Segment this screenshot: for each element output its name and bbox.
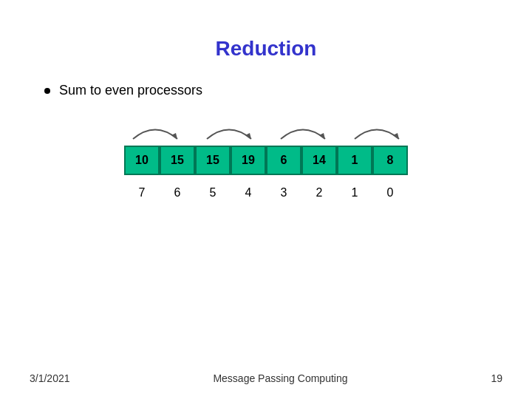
bottom-cell-0: 7 <box>124 180 160 206</box>
arrow-2 <box>192 120 266 143</box>
bottom-cell-2: 5 <box>195 180 231 206</box>
arrow-1 <box>118 120 192 143</box>
top-row: 1015151961418 <box>124 146 408 175</box>
bottom-cell-7: 0 <box>372 180 408 206</box>
top-cell-5: 14 <box>301 146 337 175</box>
footer: 3/1/2021 Message Passing Computing 19 <box>0 372 532 384</box>
bottom-cell-1: 6 <box>160 180 195 206</box>
bullet-point: Sum to even processors <box>44 83 532 98</box>
diagram-area: 1015151961418 76543210 <box>0 120 532 206</box>
arrow-3 <box>266 120 340 143</box>
top-cell-2: 15 <box>195 146 231 175</box>
bottom-cell-5: 2 <box>301 180 337 206</box>
footer-page: 19 <box>491 372 502 384</box>
bottom-row: 76543210 <box>124 180 408 206</box>
top-cell-0: 10 <box>124 146 160 175</box>
page-title: Reduction <box>0 0 532 61</box>
footer-date: 3/1/2021 <box>30 372 70 384</box>
bottom-cell-6: 1 <box>337 180 372 206</box>
top-cell-1: 15 <box>160 146 195 175</box>
top-cell-6: 1 <box>337 146 372 175</box>
top-cell-3: 19 <box>231 146 266 175</box>
bottom-cell-4: 3 <box>266 180 301 206</box>
footer-center: Message Passing Computing <box>213 372 347 384</box>
arrows-row <box>118 120 414 143</box>
bottom-cell-3: 4 <box>231 180 266 206</box>
top-cell-4: 6 <box>266 146 301 175</box>
top-cell-7: 8 <box>372 146 408 175</box>
bullet-dot <box>44 88 50 94</box>
bullet-text: Sum to even processors <box>59 83 202 98</box>
arrow-4 <box>340 120 414 143</box>
